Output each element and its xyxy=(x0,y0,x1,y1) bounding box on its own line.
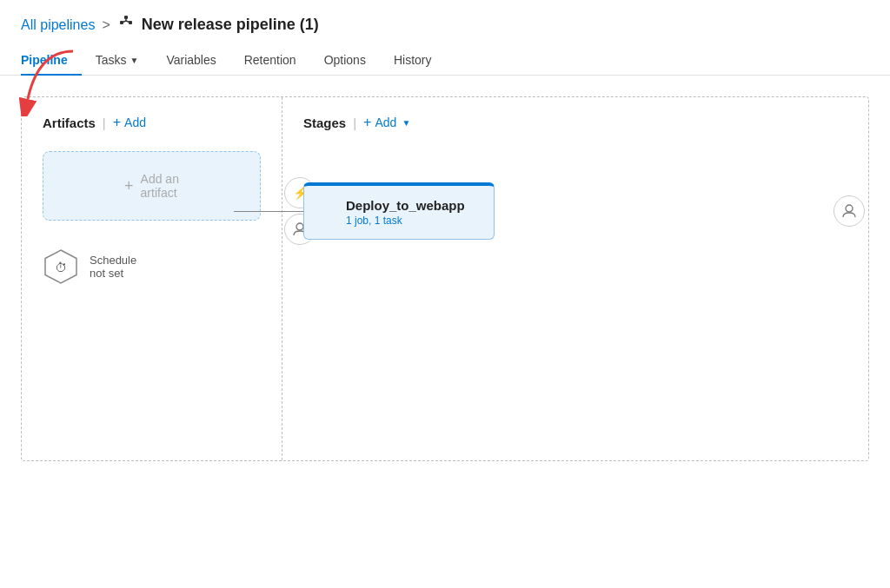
artifact-placeholder-line1: Add an xyxy=(141,172,179,186)
pipeline-icon xyxy=(117,14,135,36)
stages-add-plus-icon: + xyxy=(363,115,371,130)
stages-header: Stages | + Add ▼ xyxy=(303,115,847,130)
svg-point-10 xyxy=(846,205,853,212)
artifacts-panel: Artifacts | + Add + Add an artifact xyxy=(22,97,282,460)
artifacts-add-label: Add xyxy=(124,116,146,129)
stages-add-button[interactable]: + Add ▼ xyxy=(363,115,410,130)
main-content: Artifacts | + Add + Add an artifact xyxy=(0,76,890,482)
artifacts-add-plus-icon: + xyxy=(113,115,121,130)
stages-title: Stages xyxy=(303,116,346,130)
stage-card[interactable]: Deploy_to_webapp 1 job, 1 task xyxy=(303,182,495,240)
stage-post-icon xyxy=(834,195,865,227)
stages-divider: | xyxy=(353,116,356,130)
stage-meta: 1 job, 1 task xyxy=(346,215,480,227)
svg-text:⏱: ⏱ xyxy=(55,261,67,274)
schedule-hex-icon: ⏱ xyxy=(43,248,79,285)
tasks-chevron-icon: ▼ xyxy=(130,56,138,65)
pipeline-canvas: Artifacts | + Add + Add an artifact xyxy=(21,96,869,461)
tab-pipeline[interactable]: Pipeline xyxy=(21,46,82,76)
artifact-plus-icon: + xyxy=(124,177,134,195)
add-artifact-box[interactable]: + Add an artifact xyxy=(43,151,261,221)
page-header: All pipelines > New release pipeline (1)… xyxy=(0,0,890,76)
schedule-section[interactable]: ⏱ Schedule not set xyxy=(43,248,261,285)
tab-retention[interactable]: Retention xyxy=(230,46,310,76)
artifact-placeholder-line2: artifact xyxy=(141,186,179,200)
artifacts-title: Artifacts xyxy=(43,116,96,130)
schedule-line2: not set xyxy=(90,267,136,280)
stages-add-label: Add xyxy=(375,116,396,129)
tab-options[interactable]: Options xyxy=(310,46,380,76)
tab-history[interactable]: History xyxy=(380,46,446,76)
tab-navigation: Pipeline Tasks ▼ Variables Retention Opt… xyxy=(21,46,869,75)
pipeline-title: New release pipeline (1) xyxy=(142,16,319,34)
stages-panel: Stages | + Add ▼ ⚡ xyxy=(282,97,868,460)
tab-variables[interactable]: Variables xyxy=(152,46,229,76)
artifacts-header: Artifacts | + Add xyxy=(43,115,261,130)
stage-right-icon[interactable] xyxy=(834,195,865,227)
schedule-line1: Schedule xyxy=(90,254,136,267)
svg-rect-1 xyxy=(124,16,128,19)
stage-name: Deploy_to_webapp xyxy=(346,198,480,213)
stage-card-wrapper: ⚡ Deploy_to_webapp 1 job, 1 task xyxy=(303,182,847,240)
tab-tasks[interactable]: Tasks ▼ xyxy=(82,46,153,76)
breadcrumb: All pipelines > New release pipeline (1) xyxy=(21,14,869,36)
artifacts-divider: | xyxy=(103,116,106,130)
schedule-label: Schedule not set xyxy=(90,254,136,280)
stages-add-chevron-icon: ▼ xyxy=(402,118,410,128)
svg-point-9 xyxy=(296,223,303,230)
artifacts-add-button[interactable]: + Add xyxy=(113,115,146,130)
all-pipelines-link[interactable]: All pipelines xyxy=(21,17,95,33)
breadcrumb-separator: > xyxy=(102,17,110,33)
